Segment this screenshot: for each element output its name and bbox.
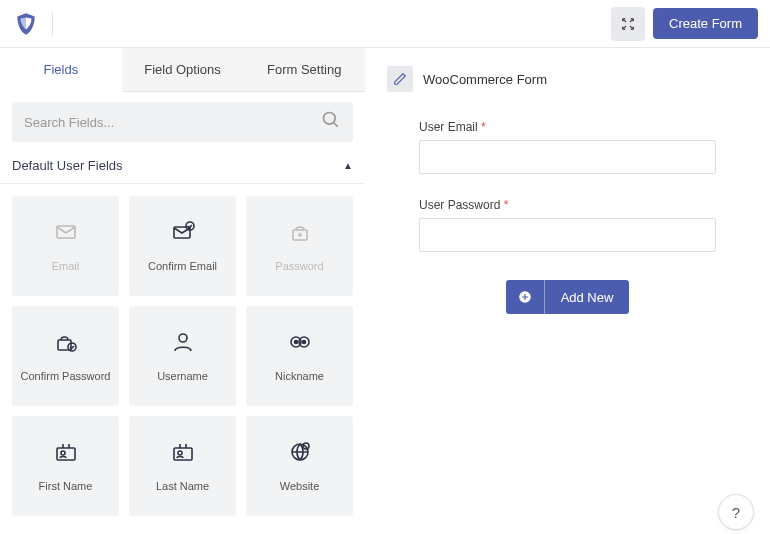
help-label: ? xyxy=(732,504,740,521)
add-new-wrap: Add New xyxy=(387,280,748,314)
top-left xyxy=(12,10,53,38)
field-tile-website[interactable]: Website xyxy=(246,416,353,516)
create-form-button[interactable]: Create Form xyxy=(653,8,758,39)
section-default-user-fields[interactable]: Default User Fields ▲ xyxy=(0,152,365,184)
tile-label: Password xyxy=(275,260,323,272)
envelope-icon xyxy=(52,220,80,248)
tab-fields[interactable]: Fields xyxy=(0,48,122,92)
add-new-label: Add New xyxy=(545,290,630,305)
field-tile-nickname[interactable]: Nickname xyxy=(246,306,353,406)
add-new-button[interactable]: Add New xyxy=(506,280,630,314)
tab-form-setting[interactable]: Form Setting xyxy=(243,48,365,91)
field-tile-confirm-password[interactable]: Confirm Password xyxy=(12,306,119,406)
eyes-icon xyxy=(286,330,314,358)
field-tile-email[interactable]: Email xyxy=(12,196,119,296)
envelope-check-icon xyxy=(169,220,197,248)
section-label: Default User Fields xyxy=(12,158,123,173)
svg-point-6 xyxy=(299,234,301,236)
left-panel: Fields Field Options Form Setting Defaul… xyxy=(0,48,365,534)
tile-label: Last Name xyxy=(156,480,209,492)
required-star: * xyxy=(481,120,486,134)
svg-rect-16 xyxy=(174,448,192,460)
svg-rect-14 xyxy=(57,448,75,460)
field-tile-first-name[interactable]: First Name xyxy=(12,416,119,516)
svg-point-13 xyxy=(302,341,305,344)
form-field-user-password: User Password * xyxy=(419,198,716,252)
field-input[interactable] xyxy=(419,140,716,174)
main: Fields Field Options Form Setting Defaul… xyxy=(0,48,770,534)
search-input[interactable] xyxy=(24,115,321,130)
form-title-row: WooCommerce Form xyxy=(387,66,748,92)
form-title: WooCommerce Form xyxy=(423,72,547,87)
fullscreen-button[interactable] xyxy=(611,7,645,41)
field-tile-confirm-email[interactable]: Confirm Email xyxy=(129,196,236,296)
fullscreen-icon xyxy=(620,16,636,32)
field-input[interactable] xyxy=(419,218,716,252)
plus-icon xyxy=(506,280,545,314)
form-fields: User Email *User Password * xyxy=(387,120,748,252)
tile-label: Email xyxy=(52,260,80,272)
top-bar: Create Form xyxy=(0,0,770,48)
caret-up-icon: ▲ xyxy=(343,160,353,171)
search-icon xyxy=(321,110,341,134)
separator xyxy=(52,12,53,36)
top-right: Create Form xyxy=(611,7,758,41)
lock-icon xyxy=(286,220,314,248)
svg-line-1 xyxy=(334,123,338,127)
globe-icon xyxy=(286,440,314,468)
required-star: * xyxy=(504,198,509,212)
svg-point-0 xyxy=(324,113,336,125)
right-panel: WooCommerce Form User Email *User Passwo… xyxy=(365,48,770,534)
form-field-user-email: User Email * xyxy=(419,120,716,174)
tile-label: First Name xyxy=(39,480,93,492)
tile-label: Username xyxy=(157,370,208,382)
field-tile-last-name[interactable]: Last Name xyxy=(129,416,236,516)
search-box xyxy=(12,102,353,142)
svg-point-17 xyxy=(178,451,182,455)
svg-point-12 xyxy=(294,341,297,344)
tile-label: Confirm Email xyxy=(148,260,217,272)
svg-point-15 xyxy=(61,451,65,455)
id-card-icon xyxy=(52,440,80,468)
logo[interactable] xyxy=(12,10,40,38)
lock-check-icon xyxy=(52,330,80,358)
tab-field-options[interactable]: Field Options xyxy=(122,48,244,91)
pencil-icon xyxy=(393,72,407,86)
user-icon xyxy=(169,330,197,358)
field-tile-password[interactable]: Password xyxy=(246,196,353,296)
help-button[interactable]: ? xyxy=(718,494,754,530)
field-tiles-grid: EmailConfirm EmailPasswordConfirm Passwo… xyxy=(0,196,365,516)
field-label: User Password * xyxy=(419,198,716,212)
id-card-icon xyxy=(169,440,197,468)
shield-icon xyxy=(13,11,39,37)
tile-label: Website xyxy=(280,480,320,492)
svg-point-9 xyxy=(179,334,187,342)
search-wrap xyxy=(0,92,365,152)
edit-title-button[interactable] xyxy=(387,66,413,92)
svg-rect-2 xyxy=(57,226,75,238)
field-label: User Email * xyxy=(419,120,716,134)
tabs: Fields Field Options Form Setting xyxy=(0,48,365,92)
tile-label: Confirm Password xyxy=(21,370,111,382)
tile-label: Nickname xyxy=(275,370,324,382)
field-tile-username[interactable]: Username xyxy=(129,306,236,406)
